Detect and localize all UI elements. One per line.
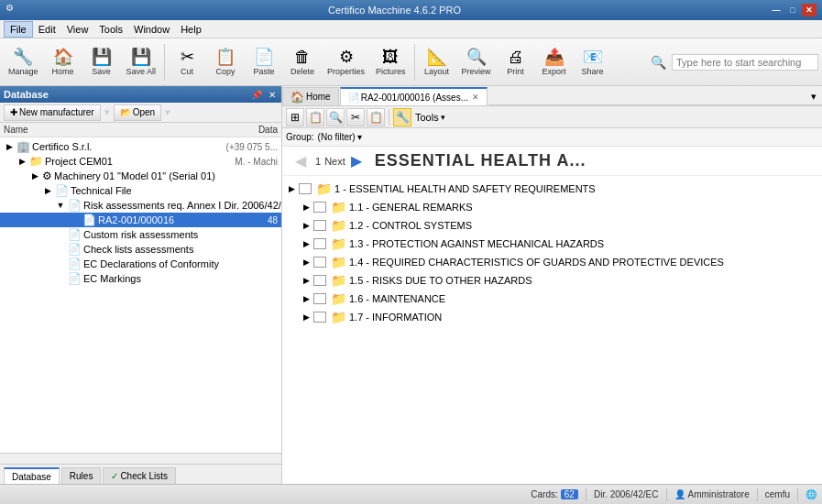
- paste-button[interactable]: 📄 Paste: [246, 41, 282, 83]
- menu-tools[interactable]: Tools: [93, 22, 128, 37]
- tree-item-ra2[interactable]: 📄 RA2-001/000016 48: [0, 213, 281, 227]
- tab-ra2[interactable]: 📄 RA2-001/000016 (Asses... ✕: [340, 87, 488, 105]
- print-button[interactable]: 🖨 Print: [498, 41, 534, 83]
- tab-rules[interactable]: Rules: [61, 467, 102, 484]
- ct-checkbox-1[interactable]: [299, 183, 312, 194]
- tree-item-machinery[interactable]: ▶ ⚙ Machinery 01 "Model 01" (Serial 01): [0, 169, 281, 183]
- ct-folder-1-4: 📁: [331, 255, 346, 269]
- ct-toggle-1-6[interactable]: ▶: [301, 294, 312, 303]
- h-scrollbar[interactable]: [0, 453, 281, 464]
- tree-item-custom[interactable]: 📄 Custom risk assessments: [0, 227, 281, 242]
- ct-checkbox-1-7[interactable]: [313, 312, 326, 323]
- ct-checkbox-1-5[interactable]: [313, 275, 326, 286]
- tree-item-ec-declarations[interactable]: 📄 EC Declarations of Conformity: [0, 257, 281, 271]
- ct-item-1[interactable]: ▶ 📁 1 - ESSENTIAL HEALTH AND SAFETY REQU…: [282, 180, 822, 198]
- ct-checkbox-1-6[interactable]: [313, 293, 326, 304]
- ct-checkbox-1-4[interactable]: [313, 257, 326, 268]
- ct-item-1-6[interactable]: ▶ 📁 1.6 - MAINTENANCE: [282, 290, 822, 308]
- cut-button[interactable]: ✂ Cut: [169, 41, 205, 83]
- manage-button[interactable]: 🔧 Manage: [4, 41, 43, 83]
- ct-checkbox-1-2[interactable]: [313, 220, 326, 231]
- ct-grid-button[interactable]: ⊞: [286, 108, 304, 126]
- separator-2: [414, 44, 415, 81]
- status-bar: Cards: 62 Dir. 2006/42/EC 👤 Amministrato…: [0, 484, 822, 504]
- layout-button[interactable]: 📐 Layout: [419, 41, 455, 83]
- custom-icon: 📄: [68, 228, 82, 241]
- ct-cut-button[interactable]: ✂: [346, 108, 365, 126]
- menu-file[interactable]: File: [4, 21, 33, 38]
- menu-view[interactable]: View: [61, 22, 94, 37]
- ct-item-1-4[interactable]: ▶ 📁 1.4 - REQUIRED CHARACTERISTICS OF GU…: [282, 253, 822, 271]
- tree-item-ec-markings[interactable]: 📄 EC Markings: [0, 271, 281, 286]
- tab-home[interactable]: 🏠 Home: [282, 87, 339, 105]
- panel-pin-button[interactable]: 📌: [249, 90, 264, 100]
- ct-folder-1-5: 📁: [331, 273, 346, 288]
- home-button[interactable]: 🏠 Home: [45, 41, 82, 83]
- database-tree: ▶ 🏢 Certifico S.r.l. (+39 075 5... ▶ 📁 P…: [0, 137, 281, 453]
- ct-toggle-1-7[interactable]: ▶: [301, 312, 312, 322]
- status-sep-1: [586, 488, 586, 501]
- tree-item-project[interactable]: ▶ 📁 Project CEM01 M. - Machi: [0, 154, 281, 169]
- next-button[interactable]: ▶: [345, 150, 367, 172]
- toggle-project[interactable]: ▶: [16, 157, 27, 166]
- ct-toggle-1-3[interactable]: ▶: [301, 239, 312, 248]
- ct-wrench-button[interactable]: 🔧: [393, 108, 411, 126]
- toggle-certifico[interactable]: ▶: [4, 142, 15, 151]
- tab-checklists[interactable]: ✓ Check Lists: [103, 467, 176, 484]
- ct-item-1-7[interactable]: ▶ 📁 1.7 - INFORMATION: [282, 308, 822, 326]
- menu-window[interactable]: Window: [128, 22, 175, 37]
- ct-toggle-1-5[interactable]: ▶: [301, 276, 312, 285]
- delete-icon: 🗑: [294, 49, 311, 65]
- menu-help[interactable]: Help: [175, 22, 207, 37]
- share-button[interactable]: 📧 Share: [575, 41, 611, 83]
- tree-item-checklists[interactable]: 📄 Check lists assessments: [0, 242, 281, 257]
- dropdown-arrow[interactable]: ▾: [806, 89, 822, 105]
- properties-button[interactable]: ⚙ Properties: [323, 41, 369, 83]
- ct-paste-button[interactable]: 📋: [367, 108, 385, 126]
- ct-item-1-2[interactable]: ▶ 📁 1.2 - CONTROL SYSTEMS: [282, 216, 822, 235]
- pictures-button[interactable]: 🖼 Pictures: [371, 41, 411, 83]
- preview-button[interactable]: 🔍 Preview: [457, 41, 496, 83]
- ct-search-button[interactable]: 🔍: [326, 108, 345, 126]
- ct-toggle-1-1[interactable]: ▶: [301, 203, 312, 212]
- ct-toggle-1[interactable]: ▶: [286, 184, 297, 193]
- tree-item-risk-assessments[interactable]: ▼ 📄 Risk assessments req. Annex I Dir. 2…: [0, 198, 281, 213]
- minimize-button[interactable]: —: [769, 4, 784, 16]
- main-area: Database 📌 ✕ ✚ New manufacturer ▾ 📂 Open…: [0, 86, 822, 484]
- ct-item-1-5[interactable]: ▶ 📁 1.5 - RISKS DUE TO OTHER HAZARDS: [282, 271, 822, 290]
- save-button[interactable]: 💾 Save: [83, 41, 120, 83]
- tree-item-certifico[interactable]: ▶ 🏢 Certifico S.r.l. (+39 075 5...: [0, 139, 281, 154]
- panel-close-button[interactable]: ✕: [267, 90, 278, 100]
- tab-database[interactable]: Database: [4, 467, 60, 484]
- group-value: (No filter): [318, 132, 356, 142]
- home-tab-icon: 🏠: [290, 91, 304, 104]
- open-button[interactable]: 📂 Open: [114, 104, 161, 121]
- group-dropdown[interactable]: ▾: [357, 132, 362, 142]
- toggle-machinery[interactable]: ▶: [29, 171, 40, 181]
- maximize-button[interactable]: □: [785, 4, 800, 16]
- content-toolbar: ⊞ 📋 🔍 ✂ 📋 🔧 Tools ▾: [282, 106, 822, 128]
- new-manufacturer-button[interactable]: ✚ New manufacturer: [4, 104, 101, 121]
- ra2-tab-icon: 📄: [348, 93, 359, 103]
- search-input[interactable]: [672, 54, 818, 71]
- tree-item-technical-file[interactable]: ▶ 📄 Technical File: [0, 183, 281, 198]
- nav-count: 1: [315, 156, 321, 167]
- delete-button[interactable]: 🗑 Delete: [284, 41, 321, 83]
- tab-close-button[interactable]: ✕: [472, 93, 479, 102]
- ct-toggle-1-4[interactable]: ▶: [301, 257, 312, 267]
- search-icon-button[interactable]: 🔍: [649, 53, 668, 71]
- ct-item-1-3[interactable]: ▶ 📁 1.3 - PROTECTION AGAINST MECHANICAL …: [282, 235, 822, 253]
- ct-copy-button[interactable]: 📋: [306, 108, 324, 126]
- menu-edit[interactable]: Edit: [33, 22, 61, 37]
- ct-item-1-1[interactable]: ▶ 📁 1.1 - GENERAL REMARKS: [282, 198, 822, 216]
- save-all-button[interactable]: 💾 Save All: [122, 41, 161, 83]
- close-button[interactable]: ✕: [802, 4, 817, 16]
- export-button[interactable]: 📤 Export: [536, 41, 573, 83]
- ct-checkbox-1-1[interactable]: [313, 202, 326, 213]
- toggle-risk[interactable]: ▼: [55, 201, 66, 210]
- ct-checkbox-1-3[interactable]: [313, 238, 326, 249]
- copy-button[interactable]: 📋 Copy: [207, 41, 244, 83]
- previous-button[interactable]: ◀: [290, 150, 312, 172]
- ct-toggle-1-2[interactable]: ▶: [301, 221, 312, 230]
- toggle-technical[interactable]: ▶: [42, 186, 53, 195]
